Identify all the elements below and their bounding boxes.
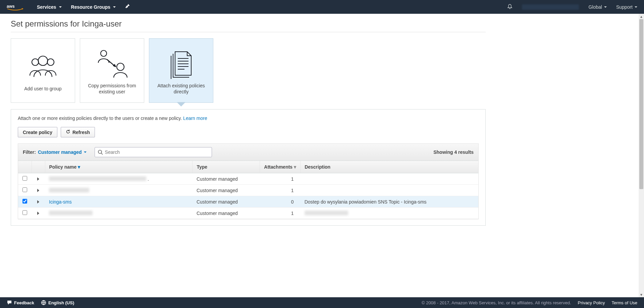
group-icon <box>24 49 61 83</box>
scroll-thumb[interactable] <box>639 19 643 189</box>
nav-resource-groups[interactable]: Resource Groups <box>71 4 116 10</box>
chevron-down-icon <box>635 6 637 8</box>
policy-attachments: 1 <box>260 185 301 196</box>
account-menu[interactable] <box>522 4 579 10</box>
filter-bar: Filter: Customer managed Showing 4 resul… <box>18 144 478 161</box>
row-checkbox[interactable] <box>22 210 27 215</box>
create-policy-label: Create policy <box>23 130 52 135</box>
page-title: Set permissions for Icinga-user <box>11 19 486 32</box>
col-expand <box>32 161 45 173</box>
panel-desc-text: Attach one or more existing policies dir… <box>18 116 183 121</box>
col-policy-name[interactable]: Policy name▾ <box>45 161 193 173</box>
learn-more-link[interactable]: Learn more <box>183 116 207 121</box>
region-menu[interactable]: Global <box>588 4 606 10</box>
policy-description: Dostep do wysylania powiadomien SNS Topi… <box>301 196 478 208</box>
scrollbar[interactable]: ▲ ▼ <box>639 14 644 246</box>
search-icon <box>98 149 103 155</box>
policy-name-redacted: x <box>49 176 146 181</box>
col-type-label: Type <box>197 164 207 170</box>
top-nav: aws Services Resource Groups Global Supp… <box>0 0 644 14</box>
table-row: x .Customer managed1 <box>18 173 478 185</box>
refresh-icon <box>66 129 70 135</box>
chevron-down-icon <box>604 6 607 8</box>
expand-icon[interactable] <box>37 200 39 204</box>
col-type[interactable]: Type <box>193 161 260 173</box>
search-box <box>95 147 212 157</box>
svg-point-3 <box>38 56 48 65</box>
filter-value-label: Customer managed <box>38 149 82 155</box>
aws-logo[interactable]: aws <box>7 4 23 10</box>
nav-services-label: Services <box>37 4 56 10</box>
col-attachments-label: Attachments <box>264 164 292 170</box>
policy-type: Customer managed <box>193 185 260 196</box>
chevron-down-icon <box>113 6 116 8</box>
table-row: xCustomer managed1 <box>18 185 478 196</box>
policy-description: x <box>301 208 478 219</box>
svg-point-4 <box>101 50 107 56</box>
policy-attachments: 1 <box>260 173 301 185</box>
policy-name-redacted: x <box>49 211 93 215</box>
document-icon <box>168 46 195 80</box>
refresh-button[interactable]: Refresh <box>61 127 95 137</box>
expand-icon[interactable] <box>37 212 39 215</box>
svg-point-5 <box>117 63 124 71</box>
policies-table-wrapper: Filter: Customer managed Showing 4 resul… <box>18 143 479 219</box>
results-count: Showing 4 results <box>433 149 474 155</box>
filter-label: Filter: <box>23 149 36 155</box>
policy-attachments: 1 <box>260 208 301 219</box>
col-description-label: Description <box>305 164 330 170</box>
scroll-up-icon[interactable]: ▲ <box>639 14 644 19</box>
col-attachments[interactable]: Attachments▾ <box>260 161 301 173</box>
policy-type: Customer managed <box>193 196 260 208</box>
policy-type: Customer managed <box>193 208 260 219</box>
card-copy-permissions[interactable]: Copy permissions from existing user <box>80 38 144 103</box>
expand-icon[interactable] <box>37 177 39 181</box>
policy-name-redacted: x <box>49 188 89 192</box>
page-content: Set permissions for Icinga-user Add user… <box>0 14 496 246</box>
svg-point-11 <box>98 150 102 153</box>
card-label: Attach existing policies directly <box>153 83 210 95</box>
col-policy-name-label: Policy name <box>49 164 77 170</box>
card-label: Add user to group <box>24 86 61 92</box>
search-input[interactable] <box>103 149 209 156</box>
row-checkbox[interactable] <box>22 176 27 181</box>
region-label: Global <box>588 4 602 10</box>
card-label: Copy permissions from existing user <box>84 83 141 95</box>
svg-line-12 <box>101 153 103 155</box>
panel-description: Attach one or more existing policies dir… <box>18 116 479 121</box>
policy-type: Customer managed <box>193 173 260 185</box>
policy-description <box>301 185 478 196</box>
policy-description <box>301 173 478 185</box>
policy-attachments: 0 <box>260 196 301 208</box>
selected-indicator <box>177 102 185 106</box>
attach-policies-panel: Attach one or more existing policies dir… <box>11 109 486 226</box>
policy-desc-redacted: x <box>305 211 348 215</box>
expand-icon[interactable] <box>37 189 39 192</box>
chevron-down-icon <box>59 6 62 8</box>
row-checkbox[interactable] <box>22 199 27 204</box>
col-description[interactable]: Description <box>301 161 478 173</box>
table-row: Icinga-smsCustomer managed0Dostep do wys… <box>18 196 478 208</box>
policy-name-link[interactable]: Icinga-sms <box>49 199 72 205</box>
svg-text:aws: aws <box>7 4 15 8</box>
svg-point-2 <box>47 59 54 65</box>
card-attach-policies[interactable]: Attach existing policies directly <box>149 38 213 103</box>
refresh-label: Refresh <box>72 130 90 135</box>
nav-resource-groups-label: Resource Groups <box>71 4 110 10</box>
permission-type-cards: Add user to group Copy permissions from … <box>11 38 486 103</box>
row-checkbox[interactable] <box>22 187 27 192</box>
create-policy-button[interactable]: Create policy <box>18 127 57 137</box>
support-menu[interactable]: Support <box>616 4 637 10</box>
card-add-to-group[interactable]: Add user to group <box>11 38 75 103</box>
pin-icon[interactable] <box>125 4 130 10</box>
policies-table: Policy name▾ Type Attachments▾ Descripti… <box>18 161 478 219</box>
support-label: Support <box>616 4 633 10</box>
notifications-icon[interactable] <box>507 4 513 10</box>
panel-actions: Create policy Refresh <box>18 127 479 137</box>
copy-user-icon <box>94 46 130 80</box>
nav-services[interactable]: Services <box>37 4 62 10</box>
table-row: xCustomer managed1x <box>18 208 478 219</box>
filter-dropdown[interactable]: Customer managed <box>38 149 87 155</box>
chevron-down-icon <box>84 151 87 153</box>
sort-caret-icon: ▾ <box>294 164 296 170</box>
